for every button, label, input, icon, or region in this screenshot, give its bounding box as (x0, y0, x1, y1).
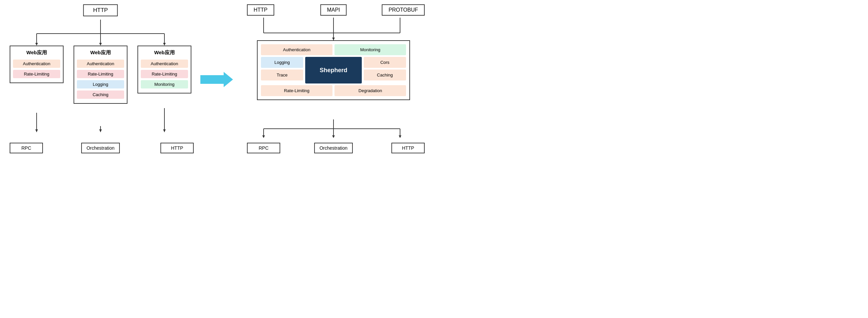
right-bottom-orchestration-box: Orchestration (314, 143, 353, 153)
svg-marker-5 (35, 43, 38, 45)
protocol-protobuf-box: PROTOBUF (382, 4, 425, 15)
shepherd-degradation-chip: Degradation (335, 85, 406, 96)
feature-chip: Authentication (141, 60, 188, 68)
shepherd-logging-chip: Logging (261, 57, 303, 68)
svg-marker-28 (399, 135, 401, 138)
bottom-rpc-box: RPC (10, 143, 43, 153)
svg-marker-13 (163, 129, 166, 132)
shepherd-trace-chip: Trace (261, 69, 303, 81)
svg-marker-7 (163, 43, 166, 45)
feature-chip: Caching (77, 91, 124, 99)
main-diagram: HTTP Web应用 Authentication Rate-Limiting … (4, 3, 430, 156)
web-app-2-title: Web应用 (74, 50, 127, 56)
svg-marker-20 (332, 38, 335, 40)
feature-chip: Monitoring (141, 80, 188, 89)
left-diagram: HTTP Web应用 Authentication Rate-Limiting … (4, 3, 197, 156)
feature-chip: Rate-Limiting (141, 70, 188, 78)
shepherd-center-chip: Shepherd (305, 57, 362, 84)
shepherd-monitoring-chip: Monitoring (335, 44, 406, 55)
web-app-box-3: Web应用 Authentication Rate-Limiting Monit… (137, 45, 191, 93)
right-bottom-http-box: HTTP (392, 143, 425, 153)
svg-marker-24 (262, 135, 265, 138)
web-app-3-title: Web应用 (138, 50, 191, 56)
shepherd-cors-chip: Cors (364, 57, 406, 68)
web-app-box-2: Web应用 Authentication Rate-Limiting Loggi… (73, 45, 127, 104)
web-app-box-1: Web应用 Authentication Rate-Limiting (10, 45, 64, 83)
web-app-1-title: Web应用 (10, 50, 63, 56)
left-http-box: HTTP (83, 4, 118, 16)
svg-marker-14 (200, 72, 233, 87)
feature-chip: Rate-Limiting (13, 70, 60, 78)
shepherd-authentication-chip: Authentication (261, 44, 333, 55)
feature-chip: Authentication (77, 60, 124, 68)
feature-chip: Rate-Limiting (77, 70, 124, 78)
left-http-label: HTTP (93, 7, 108, 13)
bottom-http-box: HTTP (160, 143, 194, 153)
protocol-http-box: HTTP (247, 4, 274, 15)
shepherd-rate-limiting-chip: Rate-Limiting (261, 85, 333, 96)
shepherd-outer-box: Authentication Monitoring Logging Trace (257, 40, 410, 100)
arrow-section (197, 71, 237, 88)
feature-chip: Authentication (13, 60, 60, 68)
shepherd-caching-chip: Caching (364, 69, 406, 81)
svg-marker-9 (35, 129, 38, 132)
right-diagram: HTTP MAPI PROTOBUF Authentication Monito… (237, 3, 430, 156)
feature-chip: Logging (77, 80, 124, 89)
right-bottom-rpc-box: RPC (247, 143, 280, 153)
svg-marker-6 (99, 43, 102, 45)
svg-marker-26 (332, 135, 335, 138)
bottom-orchestration-box: Orchestration (81, 143, 120, 153)
svg-marker-11 (99, 129, 102, 132)
protocol-mapi-box: MAPI (320, 4, 346, 15)
